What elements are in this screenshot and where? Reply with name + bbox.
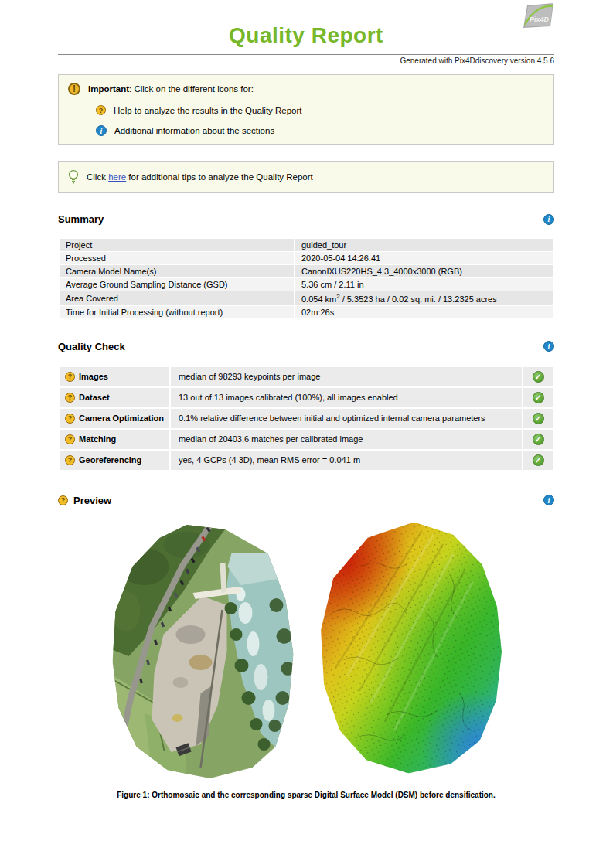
quality-row-label: Dataset [79,393,110,402]
summary-row-value: 0.054 km2 / 5.3523 ha / 0.02 sq. mi. / 1… [295,291,553,305]
quality-check-table: ?Images median of 98293 keypoints per im… [58,366,554,471]
logo-text: Pix4D [530,15,550,23]
important-item-info: i Additional information about the secti… [96,125,544,136]
area-value-pre: 0.054 km [301,294,336,304]
quality-row-status-cell: ✓ [523,430,553,449]
summary-row-label: Area Covered [60,291,294,305]
quality-row-label-cell: ?Camera Optimization [60,409,169,428]
table-row: Time for Initial Processing (without rep… [60,306,553,318]
preview-heading: Preview [73,495,111,506]
check-icon: ✓ [533,454,544,466]
lightbulb-icon [68,169,79,185]
question-icon[interactable]: ? [65,434,75,444]
summary-row-value: CanonIXUS220HS_4.3_4000x3000 (RGB) [295,265,553,277]
table-row: Average Ground Sampling Distance (GSD) 5… [60,278,553,291]
quality-row-label-cell: ?Images [60,367,169,386]
table-row: ?Camera Optimization 0.1% relative diffe… [60,409,553,428]
preview-figure [58,519,554,781]
summary-row-value: 02m:26s [295,306,553,318]
important-intro-rest: : Click on the different icons for: [129,84,254,94]
summary-row-label: Time for Initial Processing (without rep… [60,306,294,318]
tip-box: Click here for additional tips to analyz… [58,161,554,193]
area-value-post: / 5.3523 ha / 0.02 sq. mi. / 13.2325 acr… [340,294,497,304]
quality-row-label-cell: ?Matching [60,430,169,449]
check-icon: ✓ [533,371,544,383]
question-icon[interactable]: ? [65,393,75,403]
quality-row-description: median of 20403.6 matches per calibrated… [171,430,522,449]
summary-heading: Summary [58,213,104,225]
warning-icon: ! [68,83,80,95]
quality-row-label: Matching [79,434,116,444]
dsm-image [316,519,504,781]
table-row: Project guided_tour [60,239,553,251]
quality-row-status-cell: ✓ [523,409,553,428]
figure-caption: Figure 1: Orthomosaic and the correspond… [58,791,554,799]
important-item-help-label: Help to analyze the results in the Quali… [114,106,302,115]
question-icon[interactable]: ? [58,495,68,505]
quality-check-heading: Quality Check [58,341,125,352]
summary-row-label: Camera Model Name(s) [60,265,294,277]
quality-row-status-cell: ✓ [523,367,553,386]
quality-report-page: Quality Report Pix4D Generated with Pix4… [0,0,613,868]
table-row: ?Images median of 98293 keypoints per im… [60,367,553,386]
important-item-info-label: Additional information about the section… [114,126,274,135]
tip-text: Click here for additional tips to analyz… [87,172,313,182]
summary-info-icon[interactable]: i [543,214,554,225]
quality-row-status-cell: ✓ [523,388,553,407]
quality-row-label-cell: ?Georeferencing [60,451,169,470]
summary-row-value: 2020-05-04 14:26:41 [295,252,553,264]
quality-row-description: median of 98293 keypoints per image [171,367,522,386]
quality-row-label: Georeferencing [79,455,141,465]
table-row: Camera Model Name(s) CanonIXUS220HS_4.3_… [60,265,553,277]
quality-check-info-icon[interactable]: i [543,341,554,352]
check-icon: ✓ [533,413,544,424]
summary-row-label: Project [60,239,294,251]
table-row: ?Matching median of 20403.6 matches per … [60,430,553,449]
orthomosaic-image [108,519,296,781]
quality-row-description: 13 out of 13 images calibrated (100%), a… [171,388,522,407]
generated-with-line: Generated with Pix4Ddiscovery version 4.… [58,56,554,65]
quality-row-description: 0.1% relative difference between initial… [171,409,522,428]
quality-row-label-cell: ?Dataset [60,388,169,407]
tip-here-link[interactable]: here [108,172,126,182]
table-row: ?Dataset 13 out of 13 images calibrated … [60,388,553,407]
preview-section-header: ? Preview i [58,495,554,506]
important-notice-box: ! Important: Click on the different icon… [58,74,554,145]
table-row: Processed 2020-05-04 14:26:41 [60,252,553,264]
page-title: Quality Report [58,23,554,48]
summary-table: Project guided_tour Processed 2020-05-04… [58,238,554,319]
quality-row-description: yes, 4 GCPs (4 3D), mean RMS error = 0.0… [171,451,522,470]
quality-row-label: Images [79,372,108,381]
header-divider [58,54,554,55]
table-row: Area Covered 0.054 km2 / 5.3523 ha / 0.0… [60,291,553,305]
important-title: Important [88,84,129,94]
quality-row-status-cell: ✓ [523,451,553,470]
summary-row-value: guided_tour [295,239,553,251]
question-icon[interactable]: ? [65,372,75,382]
summary-row-value: 5.36 cm / 2.11 in [295,278,553,291]
check-icon: ✓ [533,434,544,445]
tip-text-after: for additional tips to analyze the Quali… [126,172,313,182]
summary-section-header: Summary i [58,213,554,225]
summary-row-label: Average Ground Sampling Distance (GSD) [60,278,294,291]
question-icon[interactable]: ? [65,455,75,465]
quality-row-label: Camera Optimization [79,414,164,423]
pix4d-logo-icon: Pix4D [522,3,554,31]
quality-check-section-header: Quality Check i [58,341,554,352]
check-icon: ✓ [533,392,544,403]
question-icon[interactable]: ? [65,414,75,424]
tip-text-before: Click [87,172,108,182]
question-icon[interactable]: ? [96,105,106,115]
preview-info-icon[interactable]: i [543,495,554,505]
summary-row-label: Processed [60,252,294,264]
table-row: ?Georeferencing yes, 4 GCPs (4 3D), mean… [60,451,553,470]
important-intro: Important: Click on the different icons … [88,84,254,94]
info-icon[interactable]: i [96,125,107,136]
important-item-help: ? Help to analyze the results in the Qua… [96,105,544,115]
